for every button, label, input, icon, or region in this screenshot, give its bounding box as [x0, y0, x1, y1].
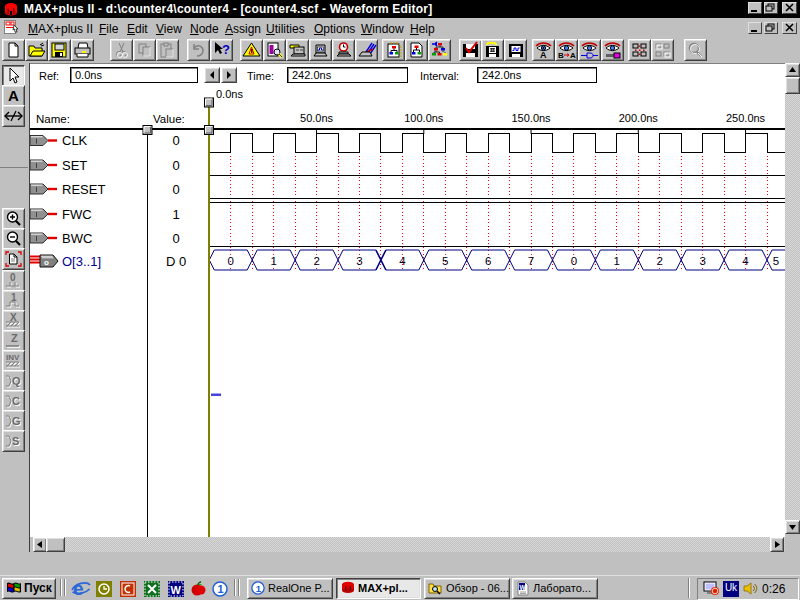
svg-text:3: 3: [699, 255, 705, 267]
svg-text:FWC: FWC: [62, 207, 92, 222]
svg-text:2: 2: [313, 255, 319, 267]
svg-text:0: 0: [172, 231, 179, 246]
svg-text:0: 0: [172, 182, 179, 197]
svg-text:Name:: Name:: [36, 113, 70, 125]
svg-text:1: 1: [614, 255, 620, 267]
svg-text:Q: Q: [12, 375, 21, 387]
svg-text:200.0ns: 200.0ns: [619, 112, 659, 124]
svg-text:RESET: RESET: [62, 182, 105, 197]
svg-text:O[3..1]: O[3..1]: [62, 254, 101, 269]
svg-text:S: S: [12, 435, 19, 447]
svg-text:0: 0: [571, 255, 577, 267]
svg-text:?: ?: [222, 42, 230, 57]
svg-text:A: A: [540, 50, 547, 60]
svg-text:A: A: [570, 51, 576, 60]
svg-text:A: A: [8, 87, 19, 104]
svg-text:C: C: [12, 395, 20, 407]
svg-text:4: 4: [742, 255, 749, 267]
svg-text:G: G: [12, 415, 21, 427]
svg-text:50.0ns: 50.0ns: [300, 112, 334, 124]
svg-text:0: 0: [10, 272, 16, 283]
svg-text:1: 1: [11, 292, 17, 303]
svg-text:1: 1: [270, 255, 276, 267]
svg-text:7: 7: [528, 255, 534, 267]
svg-text:1: 1: [218, 583, 224, 595]
svg-text:250.0ns: 250.0ns: [726, 112, 766, 124]
svg-text:SET: SET: [62, 158, 87, 173]
svg-text:3: 3: [356, 255, 362, 267]
svg-text:W: W: [520, 583, 527, 590]
svg-text:Value:: Value:: [153, 113, 185, 125]
svg-text:o: o: [44, 258, 49, 267]
svg-text:0: 0: [172, 158, 179, 173]
svg-text:B: B: [558, 51, 564, 60]
svg-text:0: 0: [172, 133, 179, 148]
svg-text:1: 1: [172, 207, 179, 222]
svg-text:1: 1: [256, 582, 262, 593]
svg-text:150.0ns: 150.0ns: [511, 112, 551, 124]
svg-text:5: 5: [442, 255, 448, 267]
svg-text:0: 0: [228, 255, 234, 267]
svg-text:2: 2: [657, 255, 663, 267]
svg-text:100.0ns: 100.0ns: [404, 112, 444, 124]
svg-text:5: 5: [773, 255, 779, 267]
svg-text:BWC: BWC: [62, 231, 92, 246]
svg-text:0.0ns: 0.0ns: [216, 88, 243, 100]
svg-text:X: X: [10, 312, 17, 323]
svg-text:W: W: [171, 584, 182, 596]
svg-text:D 0: D 0: [166, 254, 186, 269]
svg-text:CLK: CLK: [62, 133, 88, 148]
svg-text:INV: INV: [6, 353, 20, 362]
svg-text:Z: Z: [11, 332, 18, 344]
svg-text:6: 6: [485, 255, 491, 267]
svg-text:4: 4: [399, 255, 406, 267]
